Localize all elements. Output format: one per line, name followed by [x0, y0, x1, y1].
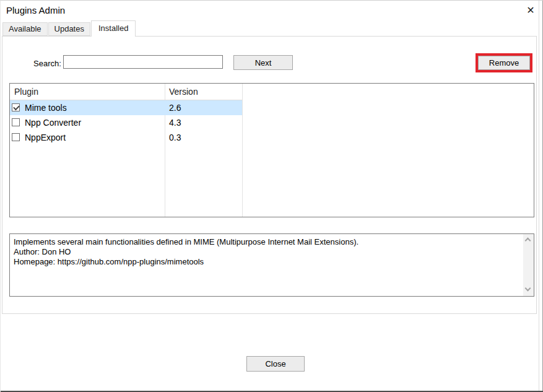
plugin-name: NppExport: [25, 130, 66, 145]
plugin-description-box: Implements several main functionalities …: [9, 233, 534, 297]
table-row[interactable]: NppExport 0.3: [10, 130, 242, 145]
checkbox-checked-icon[interactable]: [12, 103, 20, 111]
plugin-name: Npp Converter: [25, 115, 81, 130]
scroll-up-icon[interactable]: [523, 235, 534, 245]
plugin-version: 0.3: [169, 130, 181, 145]
column-header-plugin[interactable]: Plugin: [14, 84, 38, 100]
remove-button[interactable]: Remove: [478, 56, 530, 70]
chevron-up-icon: [525, 238, 531, 244]
description-line: Homepage: https://github.com/npp-plugins…: [14, 257, 518, 267]
tab-available[interactable]: Available: [2, 22, 48, 36]
description-line: Author: Don HO: [14, 247, 518, 257]
close-button[interactable]: Close: [246, 356, 305, 372]
plugin-version: 4.3: [169, 115, 181, 130]
checkbox-unchecked-icon[interactable]: [12, 118, 20, 126]
chevron-down-icon: [525, 285, 531, 292]
remove-annotation-highlight: Remove: [476, 53, 532, 72]
next-button[interactable]: Next: [233, 55, 293, 70]
plugin-list: Plugin Version Mime tools 2.6 Npp Conver…: [9, 83, 534, 217]
description-line: Implements several main functionalities …: [14, 237, 518, 247]
tab-updates[interactable]: Updates: [48, 22, 90, 36]
tab-bar: Available Updates Installed: [2, 20, 136, 37]
plugin-name: Mime tools: [25, 100, 67, 115]
table-row[interactable]: Mime tools 2.6: [10, 100, 242, 115]
window-right-edge: [539, 1, 539, 392]
window-title: Plugins Admin: [6, 5, 65, 15]
search-label: Search:: [33, 59, 61, 68]
search-input[interactable]: [63, 55, 223, 69]
installed-tab-panel: Search: Next Remove Plugin Version Mime …: [2, 36, 537, 314]
plugins-admin-dialog: Plugins Admin ✕ Available Updates Instal…: [0, 0, 543, 392]
checkbox-unchecked-icon[interactable]: [12, 133, 20, 141]
scroll-down-icon[interactable]: [523, 285, 534, 295]
description-scrollbar[interactable]: [523, 234, 534, 296]
column-header-version[interactable]: Version: [169, 84, 198, 100]
plugin-version: 2.6: [169, 100, 181, 115]
plugin-rows: Mime tools 2.6 Npp Converter 4.3 NppExpo…: [10, 100, 534, 145]
window-close-icon[interactable]: ✕: [523, 4, 538, 17]
tab-installed[interactable]: Installed: [91, 20, 136, 37]
plugin-description-text: Implements several main functionalities …: [10, 234, 534, 267]
table-row[interactable]: Npp Converter 4.3: [10, 115, 242, 130]
